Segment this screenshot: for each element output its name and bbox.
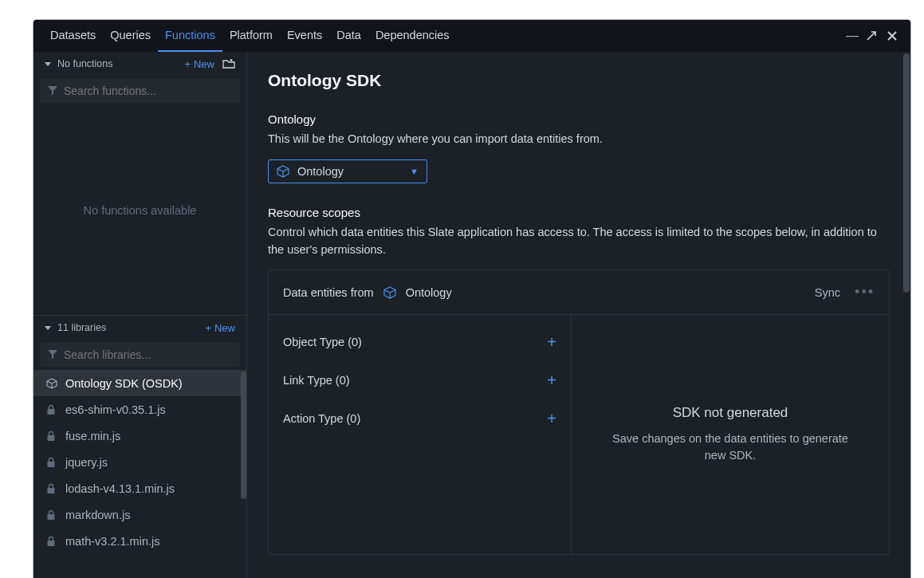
object-type-row: Object Type (0) + (269, 323, 571, 361)
library-item-label: lodash-v4.13.1.min.js (65, 482, 175, 495)
library-item-label: jquery.js (65, 456, 108, 469)
entities-panel: Data entities from Ontology Sync ••• (268, 269, 890, 555)
library-item[interactable]: lodash-v4.13.1.min.js (33, 475, 246, 501)
lock-icon (46, 536, 57, 547)
new-function-label: New (194, 58, 214, 70)
main-content: Ontology SDK Ontology This will be the O… (247, 52, 910, 578)
filter-icon (47, 85, 58, 96)
ontology-section-desc: This will be the Ontology where you can … (268, 131, 890, 148)
link-type-row: Link Type (0) + (269, 361, 571, 399)
entity-types-list: Object Type (0) + Link Type (0) + Action… (269, 315, 572, 554)
add-object-type-button[interactable]: + (547, 333, 556, 352)
entities-panel-body: Object Type (0) + Link Type (0) + Action… (269, 315, 889, 554)
tab-functions[interactable]: Functions (158, 20, 222, 52)
library-item[interactable]: jquery.js (33, 449, 246, 475)
chevron-down-icon: ▼ (410, 167, 419, 176)
scopes-section-label: Resource scopes (268, 206, 890, 219)
tab-datasets[interactable]: Datasets (43, 20, 103, 52)
libraries-header: 11 libraries + New (33, 316, 246, 340)
svg-rect-0 (48, 409, 55, 415)
tab-bar: Datasets Queries Functions Platform Even… (33, 20, 910, 52)
functions-header-label: No functions (57, 58, 112, 69)
cube-icon (383, 286, 396, 299)
tab-platform[interactable]: Platform (222, 20, 280, 52)
plus-icon: + (184, 58, 191, 70)
more-icon[interactable]: ••• (855, 284, 875, 301)
library-item-label: Ontology SDK (OSDK) (65, 377, 183, 390)
tab-data[interactable]: Data (329, 20, 368, 52)
panel-header-prefix: Data entities from (283, 286, 374, 299)
ontology-section-label: Ontology (268, 112, 890, 126)
lock-icon (46, 431, 57, 442)
svg-rect-1 (48, 435, 55, 441)
new-function-button[interactable]: + New (184, 58, 214, 70)
page-title: Ontology SDK (268, 71, 890, 90)
tab-queries[interactable]: Queries (103, 20, 158, 52)
add-link-type-button[interactable]: + (547, 372, 556, 390)
ontology-select-value: Ontology (297, 165, 344, 178)
tab-events[interactable]: Events (280, 20, 329, 52)
sync-button[interactable]: Sync (815, 286, 840, 299)
object-type-label: Object Type (0) (283, 336, 362, 348)
functions-search-input[interactable] (40, 79, 240, 103)
tab-dependencies[interactable]: Dependencies (368, 20, 457, 52)
library-item-label: fuse.min.js (65, 430, 120, 442)
libraries-search-input[interactable] (40, 343, 240, 367)
sidebar: No functions + New (33, 52, 247, 578)
svg-rect-4 (48, 514, 55, 520)
action-type-row: Action Type (0) + (269, 399, 571, 438)
lock-icon (46, 509, 57, 521)
library-item[interactable]: es6-shim-v0.35.1.js (33, 396, 246, 423)
scopes-section-desc: Control which data entities this Slate a… (268, 224, 890, 259)
caret-down-icon[interactable] (45, 62, 51, 66)
action-type-label: Action Type (0) (283, 412, 360, 425)
panel-header-ontology: Ontology (406, 286, 452, 299)
cube-icon (277, 165, 289, 178)
library-item[interactable]: markdown.js (33, 501, 246, 528)
sdk-empty-desc: Save changes on the data entities to gen… (604, 431, 857, 466)
close-icon[interactable] (887, 30, 901, 41)
scrollbar-track[interactable] (902, 52, 910, 578)
functions-header: No functions + New (33, 52, 246, 76)
sdk-empty-title: SDK not generated (673, 405, 788, 421)
scrollbar-thumb[interactable] (241, 372, 246, 499)
ontology-select[interactable]: Ontology ▼ (268, 159, 427, 183)
body-area: No functions + New (33, 52, 910, 578)
minimize-icon[interactable]: — (845, 29, 859, 43)
entities-panel-header: Data entities from Ontology Sync ••• (269, 270, 889, 315)
plus-icon: + (205, 322, 211, 334)
functions-section: No functions + New (33, 52, 246, 315)
svg-rect-3 (48, 488, 55, 493)
library-item-label: es6-shim-v0.35.1.js (65, 403, 166, 416)
lock-icon (46, 457, 57, 468)
library-item[interactable]: fuse.min.js (33, 423, 246, 449)
functions-empty-message: No functions available (33, 106, 246, 315)
link-type-label: Link Type (0) (283, 374, 350, 387)
cube-icon (46, 378, 57, 389)
scrollbar-thumb[interactable] (903, 53, 910, 293)
libraries-list: Ontology SDK (OSDK) es6-shim-v0.35.1.js … (33, 370, 246, 578)
svg-rect-5 (48, 541, 55, 546)
add-action-type-button[interactable]: + (547, 410, 556, 428)
window-controls: — (845, 29, 901, 43)
caret-down-icon[interactable] (45, 326, 51, 330)
library-item-label: markdown.js (65, 509, 130, 521)
new-library-label: New (214, 322, 235, 334)
expand-icon[interactable] (866, 30, 880, 41)
libraries-section: 11 libraries + New (33, 315, 246, 578)
library-item-osdk[interactable]: Ontology SDK (OSDK) (33, 370, 246, 396)
filter-icon (47, 348, 58, 360)
lock-icon (46, 404, 57, 415)
tabs: Datasets Queries Functions Platform Even… (43, 20, 457, 52)
folder-icon[interactable] (222, 58, 235, 69)
lock-icon (46, 483, 57, 494)
libraries-header-label: 11 libraries (57, 322, 106, 333)
sdk-empty-state: SDK not generated Save changes on the da… (572, 315, 889, 554)
new-library-button[interactable]: + New (205, 322, 235, 334)
app-window: Datasets Queries Functions Platform Even… (33, 20, 910, 578)
library-item-label: math-v3.2.1.min.js (65, 535, 159, 548)
svg-rect-2 (48, 462, 55, 467)
library-item[interactable]: math-v3.2.1.min.js (33, 528, 246, 554)
